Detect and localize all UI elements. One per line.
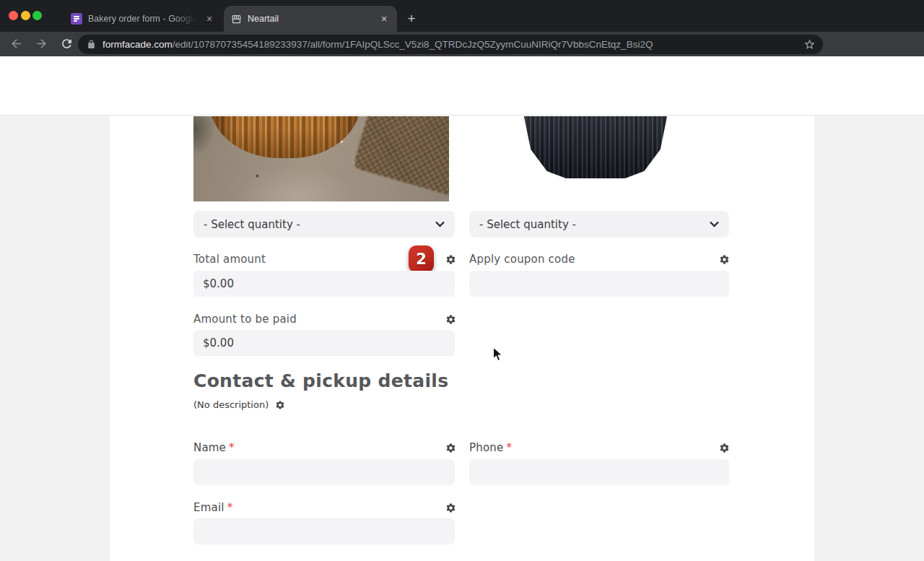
required-asterisk: * xyxy=(227,501,233,514)
url-text: formfacade.com/edit/10787073545418923393… xyxy=(103,39,653,50)
chevron-down-icon xyxy=(435,221,445,227)
select-value: - Select quantity - xyxy=(204,218,300,231)
tab-title: Bakery order form - Google For xyxy=(88,14,198,24)
black-cupcake xyxy=(522,116,669,178)
url-domain: formfacade.com xyxy=(103,39,173,50)
forward-icon[interactable] xyxy=(35,37,48,51)
name-field[interactable] xyxy=(193,459,455,485)
coupon-settings-gear-icon[interactable] xyxy=(719,254,730,265)
brown-cupcake xyxy=(209,116,361,158)
total-amount-field[interactable]: $0.00 xyxy=(193,271,455,297)
section-description: (No description) xyxy=(193,399,269,410)
required-asterisk: * xyxy=(229,441,235,454)
name-settings-gear-icon[interactable] xyxy=(445,443,456,453)
tab-bakery-order-form[interactable]: Bakery order form - Google For ✕ xyxy=(64,6,222,32)
address-bar[interactable]: formfacade.com/edit/10787073545418923393… xyxy=(78,35,823,54)
traffic-light-zoom[interactable] xyxy=(32,11,42,20)
traffic-light-minimize[interactable] xyxy=(21,11,30,20)
tab-neartail[interactable]: Neartail ✕ xyxy=(224,6,397,32)
chevron-down-icon xyxy=(710,221,719,227)
notification-badge: 2 xyxy=(409,245,434,273)
browser-tab-strip: Bakery order form - Google For ✕ Neartai… xyxy=(0,0,924,32)
section-title: Contact & pickup details xyxy=(193,370,448,391)
amount-paid-settings-gear-icon[interactable] xyxy=(445,314,456,325)
name-label: Name* xyxy=(193,441,235,454)
select-value: - Select quantity - xyxy=(479,218,576,231)
email-settings-gear-icon[interactable] xyxy=(445,503,456,513)
total-settings-gear-icon[interactable] xyxy=(445,254,456,265)
quantity-select-product1[interactable]: - Select quantity - xyxy=(193,211,455,238)
close-tab-icon[interactable]: ✕ xyxy=(204,13,215,25)
burlap-cloth xyxy=(353,116,449,197)
back-icon[interactable] xyxy=(9,37,23,51)
section-settings-gear-icon[interactable] xyxy=(275,400,285,410)
required-asterisk: * xyxy=(506,441,512,454)
browser-window: Bakery order form - Google For ✕ Neartai… xyxy=(0,0,924,561)
bookmark-star-icon[interactable] xyxy=(803,38,816,51)
coupon-label: Apply coupon code xyxy=(469,253,575,266)
email-label: Email* xyxy=(193,501,232,514)
coupon-field[interactable] xyxy=(469,271,729,297)
total-amount-label: Total amount xyxy=(193,253,266,266)
neartail-header: Neartail xyxy=(0,57,924,116)
product-photo-black-cupcake xyxy=(469,116,722,201)
amount-paid-field[interactable]: $0.00 xyxy=(193,330,455,356)
tab-title: Neartail xyxy=(248,14,372,24)
traffic-light-close[interactable] xyxy=(9,11,18,20)
phone-settings-gear-icon[interactable] xyxy=(719,443,730,453)
total-amount-value: $0.00 xyxy=(203,277,234,290)
amount-paid-value: $0.00 xyxy=(203,336,234,349)
lock-icon xyxy=(87,40,96,49)
quantity-select-product2[interactable]: - Select quantity - xyxy=(469,211,729,238)
google-forms-icon xyxy=(71,13,82,25)
close-tab-icon[interactable]: ✕ xyxy=(378,13,390,25)
url-path: /edit/107870735454189233937/all/form/1FA… xyxy=(173,39,653,50)
phone-field[interactable] xyxy=(469,459,729,485)
reload-icon[interactable] xyxy=(60,37,74,51)
storefront-favicon-icon xyxy=(231,14,242,25)
amount-paid-label: Amount to be paid xyxy=(193,313,297,326)
phone-label: Phone* xyxy=(469,441,512,454)
email-field[interactable] xyxy=(193,518,455,544)
browser-toolbar: formfacade.com/edit/10787073545418923393… xyxy=(0,32,924,56)
product-photo-brown-cupcake xyxy=(193,116,449,201)
new-tab-button[interactable]: + xyxy=(403,10,420,27)
